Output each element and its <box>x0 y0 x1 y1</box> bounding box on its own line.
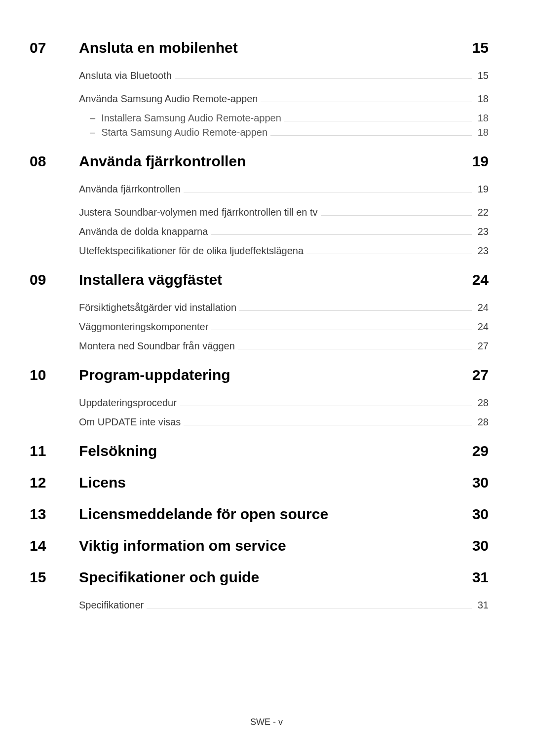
sub-item-label: Specifikationer <box>79 600 147 611</box>
leader-line <box>238 343 472 349</box>
toc-group: Använda fjärrkontrollen19 <box>79 184 489 195</box>
section-page: 24 <box>464 271 489 288</box>
section-number: 12 <box>30 474 79 491</box>
toc-section-header[interactable]: 14Viktig information om service30 <box>30 537 489 554</box>
sub-item-label: Uteffektspecifikationer för de olika lju… <box>79 245 306 257</box>
sub-items: Ansluta via Bluetooth15Använda Samsung A… <box>79 70 489 138</box>
leader-line <box>270 130 472 136</box>
leader-line <box>306 248 472 254</box>
sub-item-label: Om UPDATE inte visas <box>79 416 184 428</box>
section-title: Viktig information om service <box>79 537 464 554</box>
section-page: 15 <box>464 39 489 56</box>
sub-item-page: 24 <box>472 321 489 333</box>
dash-icon: – <box>90 113 95 124</box>
toc-sub-sub-item[interactable]: –Installera Samsung Audio Remote-appen18 <box>79 113 489 124</box>
section-title: Program-uppdatering <box>79 367 464 383</box>
sub-item-page: 28 <box>472 397 489 409</box>
sub-item-page: 22 <box>472 207 489 218</box>
toc-section: 11Felsökning29 <box>30 443 489 459</box>
leader-line <box>284 115 472 121</box>
section-page: 31 <box>464 569 489 586</box>
toc-sub-item[interactable]: Uppdateringsprocedur28 <box>79 397 489 409</box>
toc-group: Justera Soundbar-volymen med fjärrkontro… <box>79 207 489 257</box>
toc-sub-item[interactable]: Använda de dolda knapparna23 <box>79 226 489 237</box>
section-title: Licensmeddelande för open source <box>79 506 464 523</box>
section-number: 10 <box>30 367 79 383</box>
leader-line <box>211 229 472 235</box>
leader-line <box>180 400 472 406</box>
sub-item-label: Justera Soundbar-volymen med fjärrkontro… <box>79 207 321 218</box>
sub-sub-item-label: Starta Samsung Audio Remote-appen <box>101 127 270 138</box>
leader-line <box>261 96 472 102</box>
section-number: 14 <box>30 537 79 554</box>
section-number: 08 <box>30 153 79 170</box>
section-title: Felsökning <box>79 443 464 459</box>
section-title: Installera väggfästet <box>79 271 464 288</box>
sub-sub-group: –Installera Samsung Audio Remote-appen18… <box>79 113 489 138</box>
section-title: Ansluta en mobilenhet <box>79 39 464 56</box>
section-number: 15 <box>30 569 79 586</box>
toc-sub-item[interactable]: Använda Samsung Audio Remote-appen18 <box>79 93 489 105</box>
toc-group: Försiktighetsåtgärder vid installation24… <box>79 302 489 352</box>
toc-sub-item[interactable]: Ansluta via Bluetooth15 <box>79 70 489 81</box>
section-page: 29 <box>464 443 489 459</box>
toc-page: 07Ansluta en mobilenhet15Ansluta via Blu… <box>0 0 533 611</box>
section-page: 19 <box>464 153 489 170</box>
leader-line <box>321 210 472 216</box>
section-title: Använda fjärrkontrollen <box>79 153 464 170</box>
sub-item-label: Försiktighetsåtgärder vid installation <box>79 302 239 313</box>
toc-sub-item[interactable]: Specifikationer31 <box>79 600 489 611</box>
toc-section-header[interactable]: 07Ansluta en mobilenhet15 <box>30 39 489 56</box>
sub-items: Använda fjärrkontrollen19Justera Soundba… <box>79 184 489 257</box>
toc-section-header[interactable]: 12Licens30 <box>30 474 489 491</box>
sub-items: Specifikationer31 <box>79 600 489 611</box>
section-number: 11 <box>30 443 79 459</box>
sub-sub-item-label: Installera Samsung Audio Remote-appen <box>101 113 284 124</box>
toc-sub-item[interactable]: Montera ned Soundbar från väggen27 <box>79 340 489 352</box>
toc-sub-item[interactable]: Väggmonteringskomponenter24 <box>79 321 489 333</box>
toc-section-header[interactable]: 13Licensmeddelande för open source30 <box>30 506 489 523</box>
sub-item-label: Använda de dolda knapparna <box>79 226 211 237</box>
leader-line <box>147 603 472 608</box>
toc-section-header[interactable]: 10Program-uppdatering27 <box>30 367 489 383</box>
toc-sub-item[interactable]: Försiktighetsåtgärder vid installation24 <box>79 302 489 313</box>
toc-section: 14Viktig information om service30 <box>30 537 489 554</box>
section-number: 07 <box>30 39 79 56</box>
toc-group: Uppdateringsprocedur28Om UPDATE inte vis… <box>79 397 489 428</box>
sub-item-page: 31 <box>472 600 489 611</box>
sub-item-page: 18 <box>472 93 489 105</box>
toc-section-header[interactable]: 09Installera väggfästet24 <box>30 271 489 288</box>
toc-sub-sub-item[interactable]: –Starta Samsung Audio Remote-appen18 <box>79 127 489 138</box>
section-number: 13 <box>30 506 79 523</box>
toc-section-header[interactable]: 15Specifikationer och guide31 <box>30 569 489 586</box>
section-page: 27 <box>464 367 489 383</box>
toc-sub-item[interactable]: Uteffektspecifikationer för de olika lju… <box>79 245 489 257</box>
sub-item-page: 23 <box>472 245 489 257</box>
toc-group: Använda Samsung Audio Remote-appen18–Ins… <box>79 93 489 138</box>
sub-item-page: 19 <box>472 184 489 195</box>
section-number: 09 <box>30 271 79 288</box>
toc-group: Specifikationer31 <box>79 600 489 611</box>
toc-section: 09Installera väggfästet24Försiktighetsåt… <box>30 271 489 352</box>
sub-item-label: Väggmonteringskomponenter <box>79 321 211 333</box>
sub-items: Uppdateringsprocedur28Om UPDATE inte vis… <box>79 397 489 428</box>
section-page: 30 <box>464 506 489 523</box>
toc-sub-item[interactable]: Om UPDATE inte visas28 <box>79 416 489 428</box>
sub-item-label: Ansluta via Bluetooth <box>79 70 175 81</box>
section-title: Licens <box>79 474 464 491</box>
toc-section: 12Licens30 <box>30 474 489 491</box>
toc-section-header[interactable]: 11Felsökning29 <box>30 443 489 459</box>
dash-icon: – <box>90 127 95 138</box>
toc-sub-item[interactable]: Använda fjärrkontrollen19 <box>79 184 489 195</box>
toc-section: 13Licensmeddelande för open source30 <box>30 506 489 523</box>
section-page: 30 <box>464 474 489 491</box>
toc-section-header[interactable]: 08Använda fjärrkontrollen19 <box>30 153 489 170</box>
section-title: Specifikationer och guide <box>79 569 464 586</box>
section-page: 30 <box>464 537 489 554</box>
toc-sub-item[interactable]: Justera Soundbar-volymen med fjärrkontro… <box>79 207 489 218</box>
leader-line <box>211 324 472 330</box>
leader-line <box>239 305 472 311</box>
sub-item-page: 15 <box>472 70 489 81</box>
sub-item-label: Använda fjärrkontrollen <box>79 184 184 195</box>
sub-item-label: Uppdateringsprocedur <box>79 397 180 409</box>
